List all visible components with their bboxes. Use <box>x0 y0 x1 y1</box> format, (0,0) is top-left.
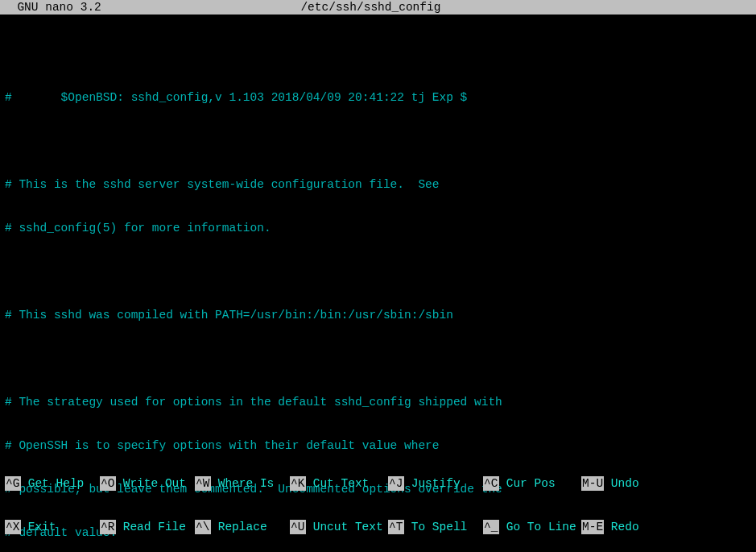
shortcut-label: Uncut Text <box>306 520 383 534</box>
shortcut-row: ^G Get Help ^O Write Out ^W Where Is ^K … <box>5 476 751 491</box>
shortcut-label: Where Is <box>211 476 288 491</box>
key-label: ^T <box>388 520 404 534</box>
shortcut-uncut-text[interactable]: ^U Uncut Text <box>290 520 388 534</box>
file-line[interactable]: # This sshd was compiled with PATH=/usr/… <box>5 308 751 322</box>
shortcut-redo[interactable]: M-E Redo <box>581 520 650 534</box>
file-line[interactable]: # This is the sshd server system-wide co… <box>5 177 751 192</box>
shortcut-justify[interactable]: ^J Justify <box>388 476 483 491</box>
shortcut-label: Cur Pos <box>499 476 576 491</box>
title-bar: GNU nano 3.2 /etc/ssh/sshd_config <box>0 0 756 15</box>
app-name: GNU nano 3.2 <box>3 0 101 15</box>
shortcut-label: Write Out <box>116 476 193 491</box>
key-label: ^J <box>388 476 404 491</box>
shortcut-label: Cut Text <box>306 476 383 491</box>
shortcut-row: ^X Exit ^R Read File ^\ Replace ^U Uncut… <box>5 520 751 534</box>
file-path: /etc/ssh/sshd_config <box>101 0 640 15</box>
shortcut-exit[interactable]: ^X Exit <box>5 520 100 534</box>
shortcut-bar: ^G Get Help ^O Write Out ^W Where Is ^K … <box>0 447 756 552</box>
shortcut-where-is[interactable]: ^W Where Is <box>195 476 290 491</box>
file-line[interactable] <box>5 134 751 148</box>
file-line[interactable]: # sshd_config(5) for more information. <box>5 221 751 235</box>
shortcut-replace[interactable]: ^\ Replace <box>195 520 290 534</box>
key-label: M-U <box>581 476 604 491</box>
key-label: ^R <box>100 520 116 534</box>
key-label: ^\ <box>195 520 211 534</box>
key-label: ^U <box>290 520 306 534</box>
key-label: ^O <box>100 476 116 491</box>
key-label: ^X <box>5 520 21 534</box>
shortcut-read-file[interactable]: ^R Read File <box>100 520 195 534</box>
key-label: ^C <box>483 476 499 491</box>
file-line[interactable] <box>5 47 751 61</box>
shortcut-undo[interactable]: M-U Undo <box>581 476 650 491</box>
shortcut-label: Exit <box>21 520 98 534</box>
shortcut-cut-text[interactable]: ^K Cut Text <box>290 476 388 491</box>
key-label: ^G <box>5 476 21 491</box>
shortcut-label: Replace <box>211 520 288 534</box>
key-label: M-E <box>581 520 604 534</box>
shortcut-go-to-line[interactable]: ^_ Go To Line <box>483 520 581 534</box>
file-line[interactable] <box>5 264 751 279</box>
file-line[interactable] <box>5 351 751 366</box>
shortcut-label: To Spell <box>404 520 481 534</box>
shortcut-label: Undo <box>604 476 639 491</box>
shortcut-label: Go To Line <box>499 520 576 534</box>
key-label: ^K <box>290 476 306 491</box>
shortcut-label: Read File <box>116 520 193 534</box>
file-line[interactable]: # The strategy used for options in the d… <box>5 395 751 409</box>
shortcut-label: Get Help <box>21 476 98 491</box>
key-label: ^_ <box>483 520 499 534</box>
shortcut-write-out[interactable]: ^O Write Out <box>100 476 195 491</box>
shortcut-get-help[interactable]: ^G Get Help <box>5 476 100 491</box>
shortcut-cur-pos[interactable]: ^C Cur Pos <box>483 476 581 491</box>
shortcut-label: Justify <box>404 476 481 491</box>
shortcut-to-spell[interactable]: ^T To Spell <box>388 520 483 534</box>
key-label: ^W <box>195 476 211 491</box>
shortcut-label: Redo <box>604 520 639 534</box>
file-line[interactable]: # $OpenBSD: sshd_config,v 1.103 2018/04/… <box>5 90 751 105</box>
